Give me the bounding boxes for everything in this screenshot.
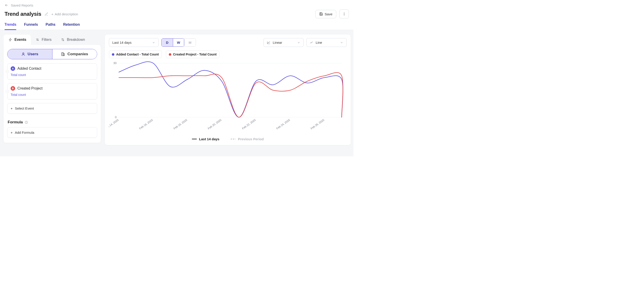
svg-point-2 [344, 15, 344, 15]
plus-icon: + [10, 131, 13, 135]
user-icon [21, 52, 25, 56]
bolt-icon [8, 38, 12, 41]
svg-text:Feb 18, 2025: Feb 18, 2025 [173, 118, 188, 130]
page-title: Trend analysis [4, 11, 41, 17]
add-description-button[interactable]: + Add description [52, 12, 78, 16]
more-vertical-icon [342, 12, 346, 16]
event-badge-a: A [10, 66, 15, 71]
legend-dot-icon [169, 53, 171, 56]
granularity-group: D W [161, 38, 184, 47]
formula-heading: Formula [8, 120, 23, 125]
filters-icon [36, 38, 39, 41]
granularity-day-button[interactable]: D [162, 39, 173, 46]
chevron-down-icon [297, 41, 300, 44]
info-icon[interactable] [25, 121, 28, 124]
chevron-down-icon [340, 41, 343, 44]
add-formula-button[interactable]: + Add Formula [7, 127, 97, 138]
chevron-down-icon [152, 41, 155, 44]
svg-text:Feb 14, 2025: Feb 14, 2025 [109, 118, 119, 130]
event-card-b[interactable]: ⋮⋮ B Created Project Total count [7, 83, 97, 99]
linear-scale-icon [267, 41, 270, 44]
back-arrow-icon[interactable] [4, 3, 8, 7]
select-event-button[interactable]: + Select Event [7, 103, 97, 114]
bottom-legend-previous[interactable]: Previous Period [231, 137, 264, 141]
tab-funnels[interactable]: Funnels [24, 20, 38, 30]
svg-text:Feb 20, 2025: Feb 20, 2025 [207, 118, 222, 130]
svg-text:Feb 24, 2025: Feb 24, 2025 [276, 118, 290, 130]
save-icon [319, 12, 323, 16]
svg-text:Feb 26, 2025: Feb 26, 2025 [310, 118, 325, 130]
side-tab-filters[interactable]: Filters [31, 34, 56, 45]
trend-chart: 030Feb 14, 2025Feb 16, 2025Feb 18, 2025F… [109, 61, 347, 135]
svg-text:0: 0 [115, 116, 116, 119]
plus-icon: + [10, 106, 13, 110]
breakdown-icon [61, 38, 65, 41]
date-range-select[interactable]: Last 14 days [109, 38, 159, 47]
granularity-month-button[interactable]: M [184, 39, 196, 46]
side-tab-breakdown[interactable]: Breakdown [56, 34, 90, 45]
granularity-week-button[interactable]: W [173, 39, 184, 46]
breadcrumb[interactable]: Saved Reports [11, 3, 33, 7]
bottom-legend-current[interactable]: Last 14 days [192, 137, 220, 141]
tab-trends[interactable]: Trends [4, 20, 16, 30]
segment-users-button[interactable]: Users [8, 49, 52, 59]
svg-text:Feb 22, 2025: Feb 22, 2025 [242, 118, 256, 130]
svg-point-15 [26, 122, 26, 122]
segment-companies-button[interactable]: Companies [52, 49, 97, 59]
tab-retention[interactable]: Retention [63, 20, 80, 30]
line-chart-icon [310, 41, 314, 44]
event-metric-link[interactable]: Total count [10, 93, 94, 97]
svg-rect-9 [64, 54, 65, 56]
scale-select[interactable]: Linear [264, 38, 304, 47]
chart-type-select[interactable]: Line [306, 38, 347, 47]
building-icon [61, 52, 65, 56]
tab-paths[interactable]: Paths [46, 20, 56, 30]
event-name: Created Project [18, 86, 42, 90]
event-metric-link[interactable]: Total count [10, 73, 94, 77]
save-button[interactable]: Save [316, 10, 336, 18]
legend-item-b[interactable]: Created Project - Total Count [166, 50, 220, 58]
svg-text:Feb 16, 2025: Feb 16, 2025 [138, 118, 154, 130]
drag-handle-icon[interactable]: ⋮⋮ [5, 70, 10, 73]
drag-handle-icon[interactable]: ⋮⋮ [5, 90, 10, 93]
svg-text:30: 30 [114, 61, 116, 65]
event-badge-b: B [10, 86, 15, 91]
event-card-a[interactable]: ⋮⋮ A Added Contact Total count [7, 63, 97, 80]
legend-dot-icon [112, 53, 114, 56]
event-name: Added Contact [18, 67, 41, 71]
legend-item-a[interactable]: Added Contact - Total Count [109, 50, 162, 58]
svg-point-7 [22, 53, 24, 54]
solid-line-icon [192, 139, 197, 139]
dashed-line-icon [231, 139, 236, 139]
edit-title-icon[interactable] [44, 12, 48, 16]
svg-point-1 [344, 14, 344, 14]
plus-icon: + [52, 12, 54, 16]
more-menu-button[interactable] [340, 9, 349, 18]
svg-point-0 [344, 13, 344, 13]
side-tab-events[interactable]: Events [4, 34, 31, 45]
